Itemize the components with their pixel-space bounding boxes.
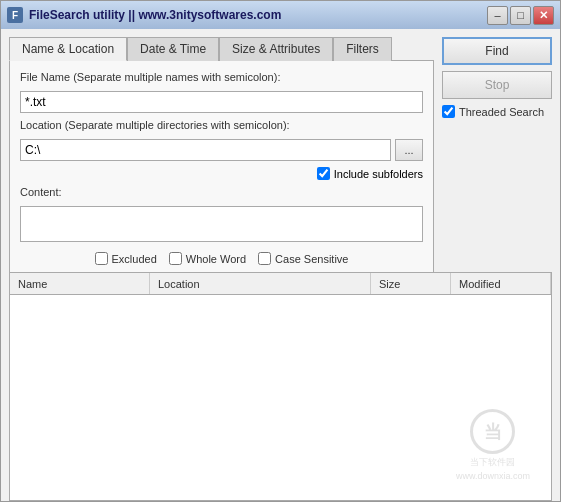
threaded-search-row: Threaded Search <box>442 105 552 118</box>
excluded-label: Excluded <box>112 253 157 265</box>
tab-panel-name-location: File Name (Separate multiple names with … <box>9 60 434 272</box>
case-sensitive-item: Case Sensitive <box>258 252 348 265</box>
window-controls: – □ ✕ <box>487 6 554 25</box>
app-icon: F <box>7 7 23 23</box>
col-header-modified: Modified <box>451 273 551 294</box>
filename-input[interactable] <box>20 91 423 113</box>
browse-button[interactable]: ... <box>395 139 423 161</box>
col-header-name: Name <box>10 273 150 294</box>
results-panel: Name Location Size Modified <box>9 272 552 501</box>
whole-word-item: Whole Word <box>169 252 246 265</box>
find-button[interactable]: Find <box>442 37 552 65</box>
tab-name-location[interactable]: Name & Location <box>9 37 127 61</box>
left-panel: Name & Location Date & Time Size & Attri… <box>9 37 434 264</box>
right-panel: Find Stop Threaded Search <box>442 37 552 264</box>
whole-word-label: Whole Word <box>186 253 246 265</box>
tab-bar: Name & Location Date & Time Size & Attri… <box>9 37 434 61</box>
tab-size-attributes[interactable]: Size & Attributes <box>219 37 333 61</box>
location-row: ... <box>20 139 423 161</box>
include-subfolders-label: Include subfolders <box>334 168 423 180</box>
excluded-item: Excluded <box>95 252 157 265</box>
maximize-button[interactable]: □ <box>510 6 531 25</box>
excluded-checkbox[interactable] <box>95 252 108 265</box>
content-label: Content: <box>20 186 423 198</box>
threaded-search-label: Threaded Search <box>459 106 544 118</box>
minimize-button[interactable]: – <box>487 6 508 25</box>
col-header-size: Size <box>371 273 451 294</box>
case-sensitive-label: Case Sensitive <box>275 253 348 265</box>
main-window: F FileSearch utility || www.3nitysoftwar… <box>0 0 561 502</box>
tab-filters[interactable]: Filters <box>333 37 392 61</box>
close-button[interactable]: ✕ <box>533 6 554 25</box>
results-body <box>10 295 551 500</box>
threaded-search-checkbox[interactable] <box>442 105 455 118</box>
include-subfolders-checkbox[interactable] <box>317 167 330 180</box>
stop-button[interactable]: Stop <box>442 71 552 99</box>
title-bar: F FileSearch utility || www.3nitysoftwar… <box>1 1 560 29</box>
location-label: Location (Separate multiple directories … <box>20 119 423 131</box>
include-subfolders-row: Include subfolders <box>20 167 423 180</box>
whole-word-checkbox[interactable] <box>169 252 182 265</box>
checkboxes-row: Excluded Whole Word Case Sensitive <box>20 252 423 265</box>
case-sensitive-checkbox[interactable] <box>258 252 271 265</box>
content-area: Name & Location Date & Time Size & Attri… <box>1 29 560 272</box>
filename-label: File Name (Separate multiple names with … <box>20 71 423 83</box>
location-input[interactable] <box>20 139 391 161</box>
content-input[interactable] <box>20 206 423 242</box>
tab-date-time[interactable]: Date & Time <box>127 37 219 61</box>
results-header: Name Location Size Modified <box>10 273 551 295</box>
window-title: FileSearch utility || www.3nitysoftwares… <box>29 8 481 22</box>
col-header-location: Location <box>150 273 371 294</box>
